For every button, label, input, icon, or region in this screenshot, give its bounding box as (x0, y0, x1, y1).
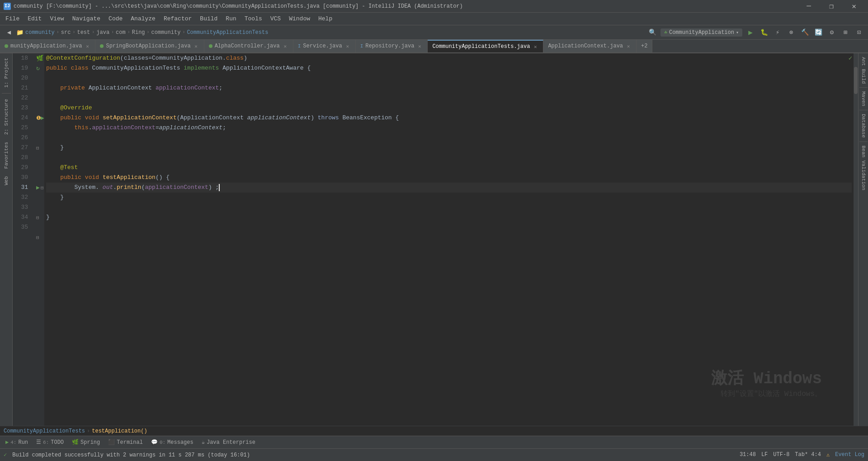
tab-close-5[interactable]: ✕ (416, 43, 423, 49)
left-sidebar: 1: Project 2: Structure Favorites Web (0, 53, 13, 426)
annotation-18: @ContextConfiguration (46, 53, 120, 63)
tab-close-3[interactable]: ✕ (282, 43, 288, 49)
scrollbar-thumb[interactable] (854, 67, 858, 94)
breadcrumb-ring[interactable]: Ring (132, 29, 145, 36)
tab-close-4[interactable]: ✕ (344, 43, 351, 49)
tab-close-6[interactable]: ✕ (532, 43, 538, 50)
editor-area[interactable]: 18 19 20 21 22 23 24 25 26 27 28 29 30 3… (13, 53, 858, 426)
tab-close-1[interactable]: ✕ (84, 43, 90, 49)
tab-springboot[interactable]: SpringBootApplication.java ✕ (95, 40, 204, 52)
tab-more[interactable]: +2 (637, 40, 652, 52)
coverage-button[interactable]: ⚡ (772, 27, 783, 38)
event-log-link[interactable]: Event Log (835, 452, 864, 458)
sidebar-favorites[interactable]: Favorites (3, 139, 10, 171)
breadcrumb-class-name[interactable]: CommunityApplicationTests (4, 428, 85, 434)
ln-30: 30 (13, 173, 32, 183)
sidebar-project[interactable]: 1: Project (3, 55, 10, 90)
profile-button[interactable]: ⊗ (786, 27, 797, 38)
bottom-tab-messages[interactable]: 💬 0: Messages (147, 437, 197, 448)
build-button[interactable]: 🔨 (799, 27, 810, 38)
breadcrumb-method-name[interactable]: testApplication() (92, 428, 147, 434)
gutter-spring-18[interactable]: 🌿 (36, 53, 43, 63)
menu-help[interactable]: Help (315, 14, 336, 24)
run-config-dropdown-icon[interactable]: ▾ (736, 30, 739, 35)
menu-refactor[interactable]: Refactor (160, 14, 195, 24)
sidebar-maven[interactable]: Maven (860, 89, 867, 108)
gutter-fold-27[interactable]: ⊟ (36, 143, 39, 153)
code-line-25: this.applicationContext=applicationConte… (46, 123, 852, 133)
tab-label-6: CommunityApplicationTests.java (432, 43, 530, 50)
line-endings[interactable]: LF (761, 452, 768, 458)
gutter-run-24[interactable]: ▶ (41, 113, 44, 123)
tab-service[interactable]: I Service.java ✕ (293, 40, 356, 52)
gutter-fold-32[interactable]: ⊟ (36, 212, 39, 222)
menu-edit[interactable]: Edit (24, 14, 45, 24)
expand-button[interactable]: ⊞ (840, 27, 851, 38)
nav-bar: ◀ 📁 community › src › test › java › com … (0, 25, 868, 40)
line-numbers: 18 19 20 21 22 23 24 25 26 27 28 29 30 3… (13, 53, 35, 426)
tab-repository[interactable]: I Repository.java ✕ (356, 40, 428, 52)
gutter-refresh-19[interactable]: ↻ (36, 63, 40, 73)
gutter-fold-30[interactable]: ⊟ (41, 183, 44, 193)
sidebar-ant-build[interactable]: Ant Build (860, 55, 867, 85)
breadcrumb-test[interactable]: test (77, 29, 90, 36)
messages-icon: 💬 (151, 439, 158, 446)
menu-build[interactable]: Build (196, 14, 221, 24)
menu-file[interactable]: File (2, 14, 23, 24)
breadcrumb-com[interactable]: com (116, 29, 126, 36)
tab-community-tests[interactable]: CommunityApplicationTests.java ✕ (428, 40, 543, 52)
indent-setting[interactable]: Tab* 4:4 (795, 452, 821, 458)
bottom-tab-terminal[interactable]: ⬛ Terminal (104, 437, 146, 448)
tab-community-application[interactable]: munityApplication.java ✕ (0, 40, 95, 52)
menu-view[interactable]: View (46, 14, 67, 24)
build-status-text: Build completed successfully with 2 warn… (12, 452, 250, 458)
sync-button[interactable]: 🔄 (813, 27, 824, 38)
tab-close-7[interactable]: ✕ (625, 43, 632, 49)
bottom-tab-todo[interactable]: ☰ 6: TODO (33, 437, 67, 448)
breadcrumb-sep: › (87, 428, 90, 434)
breadcrumb-community[interactable]: community (25, 29, 55, 36)
menu-analyze[interactable]: Analyze (127, 14, 159, 24)
maximize-button[interactable]: ❐ (821, 0, 842, 13)
title-text: community [F:\community] - ...\src\test\… (14, 3, 798, 9)
breadcrumb-community2[interactable]: community (151, 29, 181, 36)
breadcrumb: 📁 community › src › test › java › com › … (16, 29, 268, 36)
menu-code[interactable]: Code (105, 14, 126, 24)
tab-app-context[interactable]: ApplicationContext.java ✕ (543, 40, 637, 52)
bottom-tab-run[interactable]: ▶ 4: Run (2, 437, 32, 448)
gutter-run-30[interactable]: ▶ (36, 183, 40, 193)
run-button[interactable]: ▶ (745, 27, 756, 38)
bottom-tab-java-enterprise[interactable]: ☕ Java Enterprise (198, 437, 259, 448)
menu-vcs[interactable]: VCS (267, 14, 284, 24)
back-button[interactable]: ◀ (4, 27, 14, 38)
java-enterprise-icon: ☕ (202, 439, 205, 446)
debug-button[interactable]: 🐛 (759, 27, 769, 38)
menu-window[interactable]: Window (285, 14, 314, 24)
tab-alpha-controller[interactable]: AlphaController.java ✕ (204, 40, 293, 52)
close-button[interactable]: ✕ (844, 0, 864, 13)
sidebar-structure[interactable]: 2: Structure (3, 96, 10, 137)
cursor-position[interactable]: 31:48 (740, 452, 756, 458)
code-content[interactable]: @ContextConfiguration(classes=CommunityA… (44, 53, 854, 426)
layout-button[interactable]: ⊡ (854, 27, 864, 38)
editor-scroll-area: 18 19 20 21 22 23 24 25 26 27 28 29 30 3… (13, 53, 858, 426)
encoding[interactable]: UTF-8 (773, 452, 789, 458)
vertical-scrollbar[interactable] (854, 53, 858, 426)
minimize-button[interactable]: ─ (798, 0, 819, 13)
sidebar-database[interactable]: Database (860, 112, 867, 140)
sidebar-web[interactable]: Web (3, 174, 10, 188)
menu-run[interactable]: Run (222, 14, 240, 24)
sidebar-bean-validation[interactable]: Bean Validation (860, 144, 867, 192)
menu-navigate[interactable]: Navigate (69, 14, 104, 24)
tab-close-2[interactable]: ✕ (193, 43, 199, 49)
breadcrumb-java[interactable]: java (96, 29, 109, 36)
run-configuration[interactable]: ☘ CommunityApplication ▾ (660, 28, 742, 37)
search-everywhere-icon[interactable]: 🔍 (647, 27, 658, 38)
breadcrumb-src[interactable]: src (61, 29, 71, 36)
gutter-fold-34[interactable]: ⊟ (36, 232, 39, 242)
right-sidebar: Ant Build Maven Database Bean Validation (858, 53, 868, 426)
menu-tools[interactable]: Tools (241, 14, 266, 24)
breadcrumb-class[interactable]: CommunityApplicationTests (187, 29, 268, 36)
bottom-tab-spring[interactable]: 🌿 Spring (68, 437, 104, 448)
settings-button[interactable]: ⚙ (826, 27, 837, 38)
